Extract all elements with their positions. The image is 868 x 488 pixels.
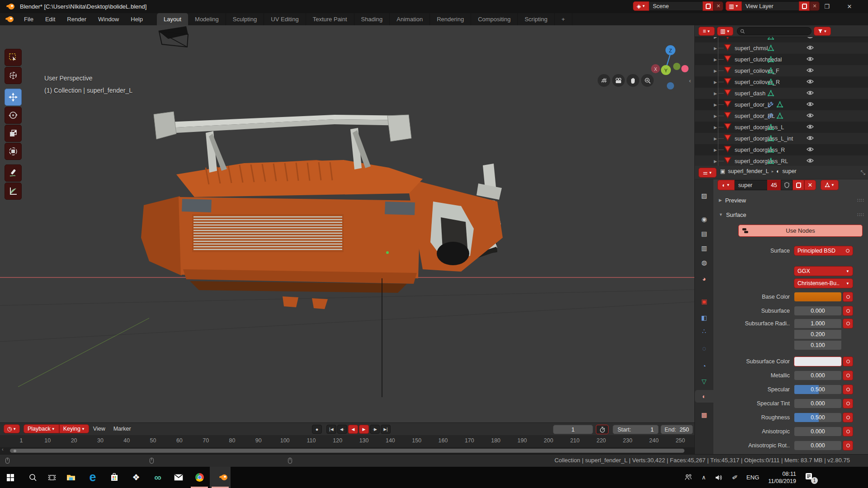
subsurface-socket[interactable] xyxy=(843,306,853,316)
workspace-tab[interactable]: Modeling xyxy=(188,13,226,25)
anisotropic-socket[interactable] xyxy=(843,427,853,436)
cursor-tool[interactable] xyxy=(5,67,22,84)
tab-particles[interactable]: ∴ xyxy=(695,325,713,338)
specular-tint-slider[interactable]: 0.000 xyxy=(794,399,842,408)
workspace-tab[interactable]: Shading xyxy=(354,13,390,25)
tab-physics[interactable]: ◌ xyxy=(695,342,713,355)
outliner-display-mode-button[interactable]: ▥▼ xyxy=(717,27,733,36)
timeline-marker-menu[interactable]: Marker xyxy=(109,426,135,432)
visibility-eye-icon[interactable] xyxy=(807,56,814,61)
workspace-tab[interactable]: + xyxy=(555,13,572,25)
timeline-editor-type-button[interactable]: ◷▼ xyxy=(4,424,20,433)
language-indicator[interactable]: ENG xyxy=(746,474,759,481)
3d-viewport[interactable]: User Perspective (1) Collection | superl… xyxy=(0,25,694,422)
workspace-tab[interactable]: Compositing xyxy=(471,13,518,25)
notification-center-button[interactable]: 1 xyxy=(805,473,816,483)
volume-icon[interactable] xyxy=(715,474,723,481)
preview-section-header[interactable]: ▶ Preview ∷∷ xyxy=(713,194,868,206)
close-button[interactable]: ✕ xyxy=(844,3,855,10)
edge-button[interactable]: e xyxy=(82,467,103,488)
base-color-swatch[interactable] xyxy=(794,292,842,302)
subsurface-radius-socket[interactable] xyxy=(843,319,853,328)
scene-selector[interactable]: ◈▼ Scene ✕ xyxy=(633,1,723,11)
chrome-button[interactable] xyxy=(189,467,210,488)
jump-to-end-button[interactable]: ▶| xyxy=(381,425,391,434)
tab-material[interactable]: ◐ xyxy=(695,390,713,403)
visibility-eye-icon[interactable] xyxy=(807,147,814,152)
blender-taskbar-button[interactable] xyxy=(210,467,231,488)
tab-render[interactable]: ◉ xyxy=(695,213,713,225)
mail-button[interactable] xyxy=(168,467,189,488)
select-box-tool[interactable] xyxy=(5,49,22,66)
subsurface-radius-y[interactable]: 0.200 xyxy=(794,329,842,339)
outliner-row[interactable]: ▶ superl_doorglass_L_int xyxy=(695,133,868,144)
menu-item[interactable]: Help xyxy=(125,13,149,25)
anisotropic-rotation-slider[interactable]: 0.000 xyxy=(794,441,842,450)
base-color-socket[interactable] xyxy=(843,292,853,302)
workspace-tab[interactable]: Sculpting xyxy=(226,13,264,25)
roughness-slider[interactable]: 0.500 xyxy=(794,413,842,422)
store-button[interactable] xyxy=(104,467,125,488)
next-keyframe-button[interactable]: ·▶ xyxy=(370,425,380,434)
material-name-field[interactable]: super xyxy=(735,180,767,190)
subsurface-color-swatch[interactable] xyxy=(794,357,842,366)
copy-material-icon[interactable] xyxy=(793,180,804,190)
grid-toggle-icon[interactable] xyxy=(598,74,610,87)
tab-world[interactable]: ◕ xyxy=(695,272,713,285)
workspace-tab[interactable]: UV Editing xyxy=(264,13,306,25)
outliner-row[interactable]: ▶ superl_coilover_F xyxy=(695,65,868,76)
annotate-tool[interactable] xyxy=(5,164,22,182)
tab-constraints[interactable]: ◔ xyxy=(695,360,713,372)
subsurface-color-socket[interactable] xyxy=(843,357,853,366)
move-tool[interactable] xyxy=(5,89,22,106)
workspace-tab[interactable]: Texture Paint xyxy=(306,13,354,25)
roughness-socket[interactable] xyxy=(843,413,853,422)
record-button[interactable]: ● xyxy=(312,425,322,434)
dropbox-button[interactable]: ❖ xyxy=(126,467,146,488)
preview-range-stopwatch-button[interactable] xyxy=(596,425,609,434)
visibility-eye-icon[interactable] xyxy=(807,79,814,84)
mesh-data-dropdown[interactable]: ▼ xyxy=(821,180,839,190)
transform-tool[interactable] xyxy=(5,143,22,160)
pin-icon[interactable]: ⤡ xyxy=(861,169,865,176)
tab-scene[interactable]: ◍ xyxy=(695,256,713,269)
distribution-menu[interactable]: GGX▼ xyxy=(794,266,853,276)
jump-to-start-button[interactable]: |◀ xyxy=(326,425,336,434)
outliner-row[interactable]: ▶ superl_coilover_R xyxy=(695,76,868,88)
visibility-eye-icon[interactable] xyxy=(807,158,814,163)
timeline-ruler[interactable]: 1102030405060708090100110120130140150160… xyxy=(0,435,694,447)
maximize-button[interactable]: ❐ xyxy=(821,3,833,10)
play-button[interactable]: ▶ xyxy=(359,425,369,434)
prev-keyframe-button[interactable]: ◀· xyxy=(337,425,347,434)
material-preview-dropdown[interactable]: ◐▼ xyxy=(717,180,735,190)
visibility-eye-icon[interactable] xyxy=(807,68,814,73)
keying-menu[interactable]: Keying▼ xyxy=(59,424,89,433)
tray-expand-chevron-icon[interactable]: ∧ xyxy=(702,474,706,481)
specular-tint-socket[interactable] xyxy=(843,399,853,408)
properties-editor-type-button[interactable]: ⚌▼ xyxy=(698,168,717,178)
rotate-tool[interactable] xyxy=(5,107,22,124)
end-frame-field[interactable]: End:250 xyxy=(660,425,693,434)
loop-app-button[interactable]: ∞ xyxy=(147,467,168,488)
tab-texture[interactable]: ▩ xyxy=(695,408,713,421)
measure-tool[interactable] xyxy=(5,183,22,200)
blender-menu-icon[interactable] xyxy=(5,15,14,23)
taskbar-search-button[interactable] xyxy=(23,467,43,488)
file-explorer-button[interactable] xyxy=(61,467,81,488)
outliner-row[interactable]: ▶ superl_door_L xyxy=(695,99,868,110)
start-frame-field[interactable]: Start:1 xyxy=(613,425,659,434)
use-nodes-button[interactable]: Use Nodes xyxy=(738,225,863,237)
timeline-view-menu[interactable]: View xyxy=(89,426,109,432)
visibility-eye-icon[interactable] xyxy=(807,136,814,141)
subsurface-radius-z[interactable]: 0.100 xyxy=(794,340,842,350)
task-view-button[interactable] xyxy=(42,467,62,488)
visibility-eye-icon[interactable] xyxy=(807,90,814,95)
playback-menu[interactable]: Playback▼ xyxy=(24,424,59,433)
camera-view-icon[interactable] xyxy=(612,74,625,87)
scale-tool[interactable] xyxy=(5,125,22,142)
anisotropic-slider[interactable]: 0.000 xyxy=(794,427,842,436)
unlink-material-icon[interactable]: ✕ xyxy=(804,180,816,190)
outliner-row[interactable]: ▶ superl_doorglass_L xyxy=(695,122,868,133)
tab-object-data[interactable]: ▽ xyxy=(695,375,713,388)
visibility-eye-icon[interactable] xyxy=(807,113,814,118)
